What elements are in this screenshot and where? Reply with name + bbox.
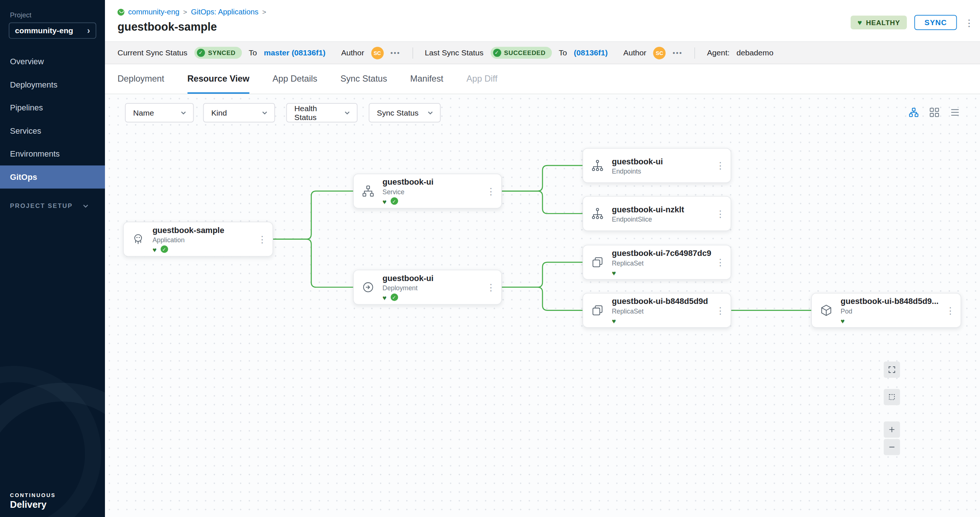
chevron-down-icon [180,109,187,116]
node-kind: Application [153,236,270,243]
breadcrumb-separator [262,7,266,16]
replicaset-icon [583,255,612,269]
node-kind: ReplicaSet [612,307,729,315]
breadcrumb-project-link[interactable]: community-eng [128,7,180,16]
sync-check-icon [390,293,398,301]
node-title: guestbook-ui [382,177,499,187]
zoom-in-button[interactable] [883,421,900,438]
project-label: Project [0,0,105,22]
tab-manifest[interactable]: Manifest [410,64,444,94]
tab-sync-status[interactable]: Sync Status [340,64,387,94]
filter-sync-status-dropdown[interactable]: Sync Status [369,103,441,122]
sidebar: Project community-eng Overview Deploymen… [0,0,105,517]
node-title: guestbook-ui-b848d5d9d [612,297,729,306]
project-selector[interactable]: community-eng [9,22,97,39]
node-menu-button[interactable] [486,187,496,196]
tab-app-diff: App Diff [466,64,497,94]
node-status-row [612,317,729,324]
node-menu-button[interactable] [946,306,955,315]
project-setup-label: PROJECT SETUP [10,202,73,209]
filter-name-dropdown[interactable]: Name [125,103,194,122]
sidebar-item-deployments[interactable]: Deployments [0,73,105,97]
author-avatar: SC [371,46,383,59]
to-label: To [559,48,567,57]
node-title: guestbook-ui [382,274,499,283]
node-service-guestbook-ui[interactable]: guestbook-ui Service [353,174,502,209]
node-pod-guestbook-ui-b848d5d9[interactable]: guestbook-ui-b848d5d9... Pod [811,293,961,328]
deployment-icon [354,280,382,294]
filter-health-status-dropdown[interactable]: Health Status [286,103,358,122]
sidebar-item-services[interactable]: Services [0,119,105,143]
fit-selection-button[interactable] [883,389,900,405]
filter-bar: Name Kind Health Status Sync Status [125,103,441,122]
node-menu-button[interactable] [716,209,725,218]
current-target-revision-link[interactable]: master (08136f1) [264,48,326,57]
gitops-app-icon [118,8,124,16]
node-menu-button[interactable] [716,306,725,315]
sidebar-item-overview[interactable]: Overview [0,50,105,73]
resource-graph-canvas[interactable]: Name Kind Health Status Sync Status [105,94,980,517]
health-heart-icon [382,195,387,206]
agent-value: debademo [737,48,773,57]
node-application-guestbook-sample[interactable]: guestbook-sample Application [123,222,273,257]
node-replicaset-guestbook-ui-b848d5d9d[interactable]: guestbook-ui-b848d5d9d ReplicaSet [582,293,731,328]
node-kind: Service [382,188,499,195]
node-menu-button[interactable] [486,282,496,292]
sidebar-item-pipelines[interactable]: Pipelines [0,96,105,119]
node-menu-button[interactable] [258,235,267,244]
sync-check-icon [161,245,168,252]
more-options-icon[interactable] [673,49,682,57]
module-brand-bottom: Delivery [10,499,56,510]
health-heart-icon [382,292,387,303]
pod-icon [812,304,841,317]
sync-button[interactable]: SYNC [915,15,957,30]
sync-check-icon [390,197,398,205]
last-target-revision-link[interactable]: (08136f1) [574,48,608,57]
last-sync-label: Last Sync Status [425,48,484,57]
health-status-badge: HEALTHY [851,16,907,29]
tab-deployment[interactable]: Deployment [118,64,164,94]
node-status-row [382,293,499,301]
tab-bar: Deployment Resource View App Details Syn… [105,64,980,94]
project-setup-toggle[interactable]: PROJECT SETUP [0,202,105,209]
author-label: Author [624,48,646,57]
sidebar-item-environments[interactable]: Environments [0,143,105,166]
more-options-icon[interactable] [390,49,400,57]
heart-icon [858,19,862,26]
page-header: community-eng GitOps: Applications guest… [105,0,980,41]
node-menu-button[interactable] [716,161,725,170]
zoom-out-button[interactable] [883,439,900,455]
sync-status-bar: Current Sync Status SYNCED To master (08… [105,41,980,65]
breadcrumb-applications-link[interactable]: GitOps: Applications [191,7,259,16]
tree-view-icon[interactable] [908,107,919,118]
grid-view-icon[interactable] [929,107,940,118]
node-replicaset-guestbook-ui-7c64987dc9[interactable]: guestbook-ui-7c64987dc9 ReplicaSet [582,245,731,280]
tab-resource-view[interactable]: Resource View [187,64,250,94]
project-selector-value: community-eng [15,26,73,35]
filter-name-label: Name [133,108,154,117]
chevron-right-icon [87,25,90,36]
chevron-down-icon [344,109,351,116]
node-menu-button[interactable] [716,257,725,266]
node-endpoints-guestbook-ui[interactable]: guestbook-ui Endpoints [582,148,731,183]
chevron-down-icon [427,109,434,116]
breadcrumb-separator [183,7,187,16]
health-heart-icon [612,266,616,278]
fullscreen-button[interactable] [883,362,900,378]
module-brand: CONTINUOUS Delivery [10,492,56,509]
agent-label: Agent: [707,48,729,57]
header-kebab-menu-icon[interactable] [964,18,974,27]
canvas-controls [883,362,900,455]
node-endpointslice-guestbook-ui-nzklt[interactable]: guestbook-ui-nzklt EndpointSlice [582,196,731,231]
node-deployment-guestbook-ui[interactable]: guestbook-ui Deployment [353,270,502,304]
tab-app-details[interactable]: App Details [273,64,317,94]
sidebar-item-gitops[interactable]: GitOps [0,165,105,189]
node-title: guestbook-sample [153,225,270,235]
node-title: guestbook-ui-nzklt [612,205,729,214]
filter-kind-label: Kind [212,108,227,117]
node-title: guestbook-ui [612,157,729,166]
sidebar-nav: Overview Deployments Pipelines Services … [0,50,105,188]
list-view-icon[interactable] [949,107,961,118]
filter-kind-dropdown[interactable]: Kind [203,103,275,122]
service-icon [354,184,382,198]
